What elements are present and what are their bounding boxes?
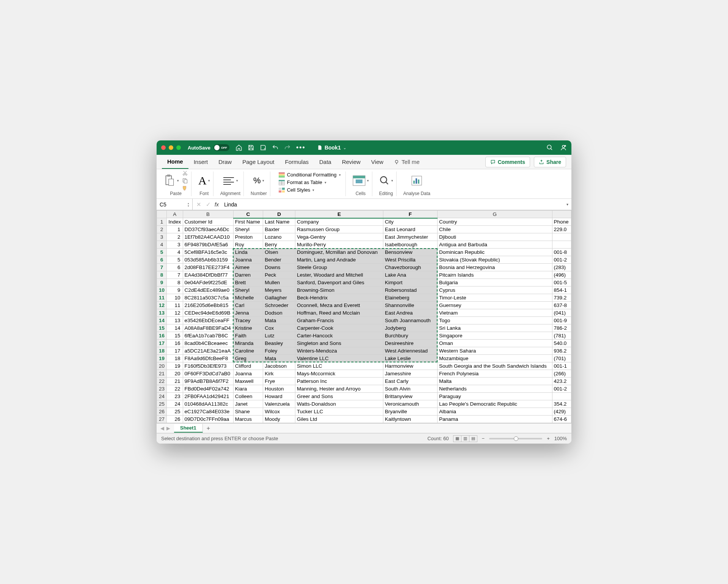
undo-icon[interactable] [272, 144, 279, 151]
cell[interactable]: 10 [167, 294, 183, 302]
cell[interactable]: Djibouti [438, 233, 552, 241]
cell[interactable]: Mullen [263, 279, 295, 286]
row-header[interactable]: 2 [157, 226, 167, 233]
cell[interactable]: Graham-Francis [295, 317, 383, 324]
cell[interactable]: Kristine [233, 324, 263, 332]
cell[interactable]: 540.0 [552, 340, 571, 347]
cell[interactable]: 22 [167, 385, 183, 393]
row-header[interactable]: 9 [157, 279, 167, 286]
view-normal-icon[interactable]: ▦ [453, 435, 461, 442]
cell[interactable]: Greg [233, 355, 263, 362]
cell[interactable]: 7 [167, 271, 183, 279]
cell[interactable] [552, 241, 571, 249]
cell[interactable]: Bender [263, 256, 295, 264]
chevron-down-icon[interactable]: ▾ [177, 179, 179, 183]
cell[interactable]: Moody [263, 416, 295, 423]
format-painter-icon[interactable] [182, 185, 188, 191]
cell[interactable]: East Leonard [383, 226, 437, 233]
cell[interactable]: Veronicamouth [383, 400, 437, 408]
cell[interactable]: West Priscilla [383, 256, 437, 264]
col-header-H[interactable] [552, 211, 571, 218]
cell[interactable]: 09D7D0c7FFn09aa [183, 416, 233, 423]
cell[interactable]: Preston [233, 233, 263, 241]
tab-formulas[interactable]: Formulas [279, 155, 314, 169]
cell[interactable]: 0F60FF3DdCd7aB0 [183, 370, 233, 378]
cell[interactable]: Isabelborough [383, 241, 437, 249]
cell[interactable]: Rasmussen Group [295, 226, 383, 233]
cell[interactable]: Mays-Mccormick [295, 370, 383, 378]
cell[interactable]: Aimee [233, 264, 263, 271]
tab-data[interactable]: Data [314, 155, 337, 169]
cell[interactable]: Lake Leslie [383, 355, 437, 362]
cell[interactable]: 010468dAA11382c [183, 400, 233, 408]
save-as-icon[interactable] [260, 144, 267, 151]
cell[interactable]: 1Ef7b82A4CAAD10 [183, 233, 233, 241]
cell[interactable]: South Joannamouth [383, 317, 437, 324]
cell[interactable]: 0e04AFde9f225dE [183, 279, 233, 286]
cell[interactable]: Wilcox [263, 408, 295, 416]
paste-icon[interactable] [163, 174, 176, 187]
cell[interactable]: (781) [552, 332, 571, 340]
cell[interactable]: Brittanyview [383, 393, 437, 400]
cell-styles-button[interactable]: Cell Styles ▾ [277, 187, 342, 193]
cell[interactable]: 8cad0b4CBceaeec [183, 340, 233, 347]
zoom-slider[interactable] [489, 438, 542, 439]
cell[interactable]: Simon LLC [295, 362, 383, 370]
cell[interactable]: Tracey [233, 317, 263, 324]
cell[interactable]: Browning-Simon [295, 286, 383, 294]
cell[interactable]: 2 [167, 233, 183, 241]
cell[interactable]: Faith [233, 332, 263, 340]
confirm-icon[interactable]: ✓ [206, 201, 211, 208]
row-header[interactable]: 23 [157, 385, 167, 393]
cell[interactable]: Meyers [263, 286, 295, 294]
cell[interactable]: Manning, Hester and Arroyo [295, 385, 383, 393]
cell[interactable]: Shane [233, 408, 263, 416]
cell[interactable]: 23 [167, 393, 183, 400]
cell[interactable]: Dominican Republic [438, 249, 552, 256]
cell[interactable]: Marcus [233, 416, 263, 423]
cell[interactable]: Lake Ana [383, 271, 437, 279]
cell[interactable]: 001-5 [552, 279, 571, 286]
cell[interactable]: Togo [438, 317, 552, 324]
row-header[interactable]: 5 [157, 249, 167, 256]
cell[interactable]: Foley [263, 347, 295, 355]
cell[interactable]: Patterson Inc [295, 378, 383, 385]
cell[interactable]: Valenzuela [263, 400, 295, 408]
cell[interactable]: Carter-Hancock [295, 332, 383, 340]
cell[interactable]: Chile [438, 226, 552, 233]
cell[interactable]: 001-1 [552, 362, 571, 370]
cell[interactable]: (266) [552, 370, 571, 378]
cell[interactable]: Netherlands [438, 385, 552, 393]
cell[interactable]: Caroline [233, 347, 263, 355]
cell[interactable]: 786-2 [552, 324, 571, 332]
view-break-icon[interactable]: ▤ [469, 435, 477, 442]
cell[interactable]: Beasley [263, 340, 295, 347]
cell[interactable]: French Polynesia [438, 370, 552, 378]
cell[interactable]: Miranda [233, 340, 263, 347]
cell[interactable]: 6fEaA1b7cab7B6C [183, 332, 233, 340]
cell[interactable]: Jodyberg [383, 324, 437, 332]
cell[interactable]: Chavezborough [383, 264, 437, 271]
cell[interactable]: Howard [263, 393, 295, 400]
row-header[interactable]: 10 [157, 286, 167, 294]
cell[interactable]: Elaineberg [383, 294, 437, 302]
cell[interactable]: Linda [233, 249, 263, 256]
cell[interactable]: Lozano [263, 233, 295, 241]
cell[interactable]: Mata [263, 355, 295, 362]
cell[interactable]: East Jimmychester [383, 233, 437, 241]
cell[interactable]: Jacobson [263, 362, 295, 370]
cell[interactable]: 2FB0FAA1d429421 [183, 393, 233, 400]
tell-me[interactable]: Tell me [389, 155, 425, 169]
cell[interactable]: 2d08FB17EE273F4 [183, 264, 233, 271]
cell[interactable]: 16 [167, 340, 183, 347]
chevron-down-icon[interactable]: ▾ [563, 202, 571, 206]
name-box[interactable]: C5 ▴▾ [157, 199, 193, 210]
maximize-icon[interactable] [176, 145, 181, 150]
cell[interactable]: 229.0 [552, 226, 571, 233]
cell[interactable]: 13 [167, 317, 183, 324]
cell[interactable]: Watts-Donaldson [295, 400, 383, 408]
cell[interactable]: 14 [167, 324, 183, 332]
cell[interactable]: Guernsey [438, 302, 552, 309]
cell[interactable]: 001-2 [552, 256, 571, 264]
cell[interactable]: Martin, Lang and Andrade [295, 256, 383, 264]
